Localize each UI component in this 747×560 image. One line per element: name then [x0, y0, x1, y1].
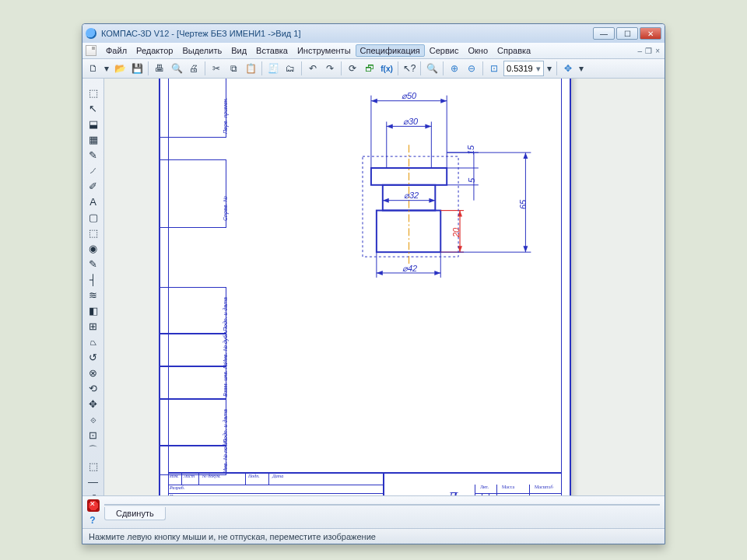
left-tool-19[interactable]: ⟲: [86, 380, 101, 396]
paste-button[interactable]: 📋: [243, 61, 258, 76]
print-button[interactable]: 🖶: [152, 61, 167, 76]
help-icon[interactable]: ?: [87, 515, 98, 526]
svg-marker-19: [387, 124, 393, 128]
zoom-in-button[interactable]: ⊕: [447, 61, 462, 76]
left-tool-24[interactable]: ⬚: [86, 458, 101, 474]
menu-spec[interactable]: Спецификация: [356, 44, 425, 57]
left-tool-26[interactable]: ↗: [86, 489, 101, 495]
window-title: КОМПАС-3D V12 - [Чертеж БЕЗ ИМЕНИ1 ->Вид…: [101, 29, 300, 38]
left-tool-15[interactable]: ⊞: [86, 318, 101, 334]
left-tool-21[interactable]: ⟐: [86, 411, 101, 427]
left-tool-20[interactable]: ✥: [86, 396, 101, 411]
left-tool-9[interactable]: ⬚: [86, 225, 101, 240]
redo-button[interactable]: ↷: [322, 61, 338, 76]
left-tool-0[interactable]: ⬚: [86, 85, 101, 100]
svg-marker-22: [383, 198, 389, 203]
zoom-value-field[interactable]: 0.5319 ▾: [503, 61, 544, 76]
menu-view[interactable]: Вид: [226, 44, 251, 57]
minimize-button[interactable]: —: [593, 27, 615, 40]
menubar: Файл Редактор Выделить Вид Вставка Инстр…: [82, 43, 665, 59]
pan-dropdown-icon[interactable]: ▾: [577, 61, 585, 76]
svg-marker-15: [440, 99, 447, 103]
canvas[interactable]: Перв. примен. Справ. № Подп. и дата Инв.…: [104, 79, 665, 495]
preview-button[interactable]: 🔍: [169, 61, 184, 76]
variables-button[interactable]: 🗗: [362, 61, 377, 76]
zoom-window-button[interactable]: ⊡: [486, 61, 502, 76]
zoom-out-button[interactable]: ⊖: [464, 61, 479, 76]
menu-window[interactable]: Окно: [463, 44, 493, 57]
refresh-button[interactable]: ⟳: [345, 61, 360, 76]
svg-rect-2: [377, 211, 440, 253]
left-tool-25[interactable]: —: [86, 474, 101, 489]
menu-file[interactable]: Файл: [101, 44, 132, 57]
mdi-restore-icon[interactable]: ❐: [645, 47, 652, 55]
technical-drawing: [160, 79, 570, 495]
tb-h-mass: Масса: [502, 485, 514, 489]
whatsthis-button[interactable]: ↖?: [402, 61, 417, 76]
save-button[interactable]: 💾: [129, 61, 145, 76]
new-button[interactable]: 🗋: [86, 61, 101, 76]
tb-list: Лист: [184, 474, 195, 478]
left-tool-1[interactable]: ↖: [86, 100, 101, 116]
left-toolbar: ⬚↖⬓▦✎⟋✐A▢⬚◉✎┤≋◧⊞⏢↺⊗⟲✥⟐⊡⌒⬚—↗: [82, 79, 104, 495]
dim-d42: ⌀42: [402, 264, 417, 274]
close-button[interactable]: ✕: [640, 27, 661, 40]
dim-h15: 15: [466, 145, 475, 155]
left-tool-18[interactable]: ⊗: [86, 365, 101, 380]
open-button[interactable]: 📂: [112, 61, 128, 76]
plot-button[interactable]: 🖨: [186, 61, 202, 76]
workarea: ⬚↖⬓▦✎⟋✐A▢⬚◉✎┤≋◧⊞⏢↺⊗⟲✥⟐⊡⌒⬚—↗ Перв. примен…: [82, 79, 665, 495]
dim-h20: 20: [451, 228, 461, 237]
left-tool-10[interactable]: ◉: [86, 240, 101, 256]
tree-button[interactable]: 🗂: [282, 61, 298, 76]
copy-button[interactable]: ⧉: [226, 61, 241, 76]
zoom-history-icon[interactable]: ▾: [545, 61, 553, 76]
left-tool-8[interactable]: ▢: [86, 209, 101, 225]
svg-marker-14: [371, 99, 377, 103]
titlebar: КОМПАС-3D V12 - [Чертеж БЕЗ ИМЕНИ1 ->Вид…: [82, 24, 665, 43]
main-toolbar: 🗋 ▾ 📂 💾 🖶 🔍 🖨 ✂ ⧉ 📋 🧾 🗂 ↶ ↷ ⟳ 🗗 f(x) ↖? …: [82, 59, 665, 79]
menu-service[interactable]: Сервис: [425, 44, 464, 57]
mdi-controls: – ❐ ×: [638, 47, 661, 55]
left-tool-4[interactable]: ✎: [86, 147, 101, 163]
left-tool-14[interactable]: ◧: [86, 303, 101, 318]
tb-ndoc: № докум.: [202, 474, 221, 478]
command-tab[interactable]: Сдвинуть: [104, 507, 166, 520]
maximize-button[interactable]: ☐: [616, 27, 638, 40]
pan-button[interactable]: ✥: [560, 61, 576, 76]
zoom-dropdown-icon[interactable]: ▾: [536, 64, 541, 74]
left-tool-22[interactable]: ⊡: [86, 427, 101, 443]
left-tool-13[interactable]: ≋: [86, 287, 101, 303]
left-tool-12[interactable]: ┤: [86, 271, 101, 287]
left-tool-17[interactable]: ↺: [86, 349, 101, 365]
properties-button[interactable]: 🧾: [265, 61, 281, 76]
fx-button[interactable]: f(x): [379, 61, 395, 76]
left-tool-11[interactable]: ✎: [86, 256, 101, 271]
menu-editor[interactable]: Редактор: [132, 44, 177, 57]
svg-marker-23: [429, 198, 435, 203]
stop-icon[interactable]: [87, 499, 100, 512]
command-panel: ? Сдвинуть: [82, 495, 665, 528]
left-tool-6[interactable]: ✐: [86, 178, 101, 194]
menu-insert[interactable]: Вставка: [251, 44, 293, 57]
dim-d50: ⌀50: [402, 91, 416, 101]
menu-tools[interactable]: Инструменты: [293, 44, 356, 57]
left-tool-23[interactable]: ⌒: [86, 443, 101, 458]
new-dropdown-icon[interactable]: ▾: [103, 61, 110, 76]
left-tool-5[interactable]: ⟋: [86, 163, 101, 178]
svg-marker-20: [425, 124, 431, 128]
left-tool-3[interactable]: ▦: [86, 131, 101, 147]
left-tool-16[interactable]: ⏢: [86, 334, 101, 349]
command-input[interactable]: [104, 504, 660, 506]
zoom-fit-button[interactable]: 🔍: [424, 61, 440, 76]
cut-button[interactable]: ✂: [209, 61, 224, 76]
menu-help[interactable]: Справка: [493, 44, 535, 57]
mdi-close-icon[interactable]: ×: [655, 47, 660, 55]
undo-button[interactable]: ↶: [305, 61, 321, 76]
tb-data: Дата: [272, 474, 283, 478]
menu-select[interactable]: Выделить: [177, 44, 226, 57]
drawing-sheet: Перв. примен. Справ. № Подп. и дата Инв.…: [159, 79, 571, 495]
left-tool-2[interactable]: ⬓: [86, 116, 101, 131]
left-tool-7[interactable]: A: [86, 194, 101, 209]
mdi-minimize-icon[interactable]: –: [638, 47, 643, 55]
